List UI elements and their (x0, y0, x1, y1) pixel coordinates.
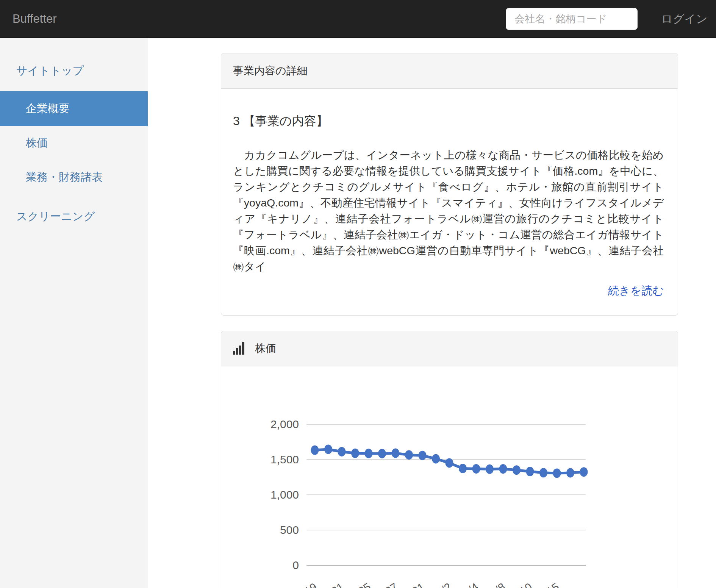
svg-text:7/25: 7/25 (348, 580, 373, 588)
sidebar-item-financial-statements[interactable]: 業務・財務諸表 (0, 160, 148, 194)
business-details-title: 事業内容の詳細 (233, 64, 308, 78)
business-details-card: 事業内容の詳細 3 【事業の内容】 カカクコムグループは、インターネット上の様々… (221, 53, 678, 316)
svg-text:1,500: 1,500 (270, 453, 299, 466)
brand-logo[interactable]: Buffetter (13, 12, 57, 26)
stock-price-title: 株価 (255, 341, 276, 356)
svg-text:8/2: 8/2 (434, 580, 453, 588)
svg-text:8/8: 8/8 (488, 580, 507, 588)
business-details-header: 事業内容の詳細 (221, 53, 678, 89)
sidebar-item-site-top[interactable]: サイトトップ (0, 54, 148, 88)
business-section-heading: 3 【事業の内容】 (233, 113, 664, 130)
stock-price-card: 株価 05001,0001,5002,0007/197/217/257/277/… (221, 331, 678, 588)
svg-text:500: 500 (280, 524, 299, 536)
sidebar-item-stock-price[interactable]: 株価 (0, 126, 148, 160)
login-link[interactable]: ログイン (661, 11, 708, 27)
read-more-row: 続きを読む (233, 283, 664, 299)
svg-text:7/19: 7/19 (294, 580, 319, 588)
stock-price-chart-body: 05001,0001,5002,0007/197/217/257/277/318… (221, 366, 678, 588)
svg-text:7/27: 7/27 (375, 580, 400, 588)
company-search-input[interactable] (506, 8, 638, 30)
page-layout: サイトトップ 企業概要 株価 業務・財務諸表 スクリーニング 事業内容の詳細 3… (0, 38, 716, 588)
svg-text:7/31: 7/31 (402, 580, 427, 588)
business-details-body: 3 【事業の内容】 カカクコムグループは、インターネット上の様々な商品・サービス… (221, 89, 678, 315)
bar-chart-icon (233, 342, 245, 355)
svg-text:7/21: 7/21 (321, 580, 346, 588)
svg-text:8/4: 8/4 (461, 580, 480, 588)
top-navbar: Buffetter ログイン (0, 0, 716, 38)
business-description-text: カカクコムグループは、インターネット上の様々な商品・サービスの価格比較を始めとし… (233, 147, 664, 274)
main-content: 事業内容の詳細 3 【事業の内容】 カカクコムグループは、インターネット上の様々… (148, 38, 716, 588)
svg-text:2,000: 2,000 (270, 418, 299, 430)
svg-text:1,000: 1,000 (270, 488, 299, 501)
svg-text:0: 0 (292, 559, 299, 571)
sidebar-item-company-overview[interactable]: 企業概要 (0, 91, 148, 126)
svg-text:8/15: 8/15 (536, 580, 561, 588)
sidebar-nav: サイトトップ 企業概要 株価 業務・財務諸表 スクリーニング (0, 38, 148, 588)
stock-price-line-chart: 05001,0001,5002,0007/197/217/257/277/318… (221, 366, 678, 588)
sidebar-item-screening[interactable]: スクリーニング (0, 200, 148, 234)
read-more-link[interactable]: 続きを読む (608, 285, 664, 297)
svg-text:8/10: 8/10 (510, 580, 534, 588)
navbar-right-group: ログイン (506, 0, 711, 38)
sidebar-gap (0, 194, 148, 200)
stock-price-header: 株価 (221, 331, 678, 366)
